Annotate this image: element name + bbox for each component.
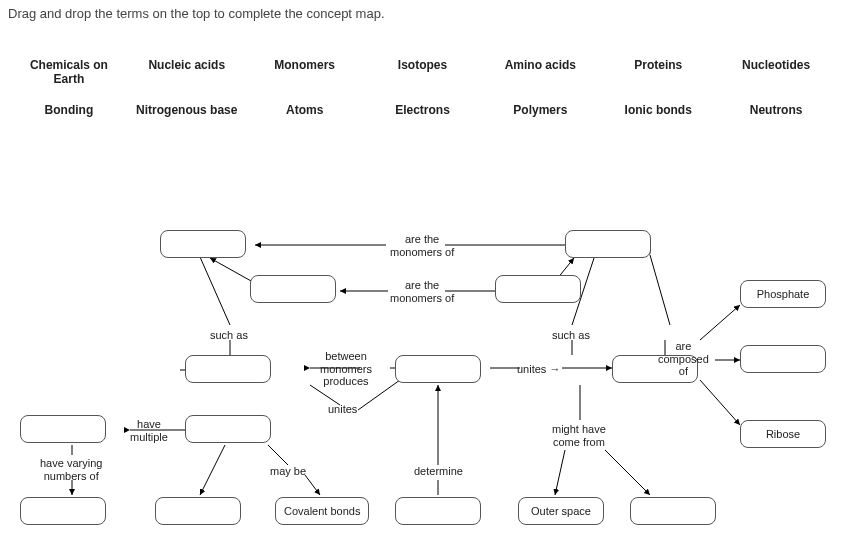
term-bonding[interactable]: Bonding: [10, 95, 128, 125]
map-connectors: [0, 145, 845, 545]
box-ribose[interactable]: Ribose: [740, 420, 826, 448]
label-monomers-of-2: are themonomers of: [390, 279, 454, 304]
term-nucleic-acids[interactable]: Nucleic acids: [128, 50, 246, 95]
term-bank: Chemicals on Earth Nucleic acids Monomer…: [10, 50, 835, 125]
term-electrons[interactable]: Electrons: [364, 95, 482, 125]
term-neutrons[interactable]: Neutrons: [717, 95, 835, 125]
concept-map: Covalent bonds Outer space Phosphate Rib…: [0, 145, 845, 545]
term-nitrogenous-base[interactable]: Nitrogenous base: [128, 95, 246, 125]
label-between: betweenmonomersproduces: [320, 350, 372, 388]
drop-slot[interactable]: [160, 230, 246, 258]
svg-line-30: [700, 380, 740, 425]
label-unites-right: unites →: [517, 363, 560, 376]
drop-slot[interactable]: [20, 415, 106, 443]
drop-slot[interactable]: [495, 275, 581, 303]
term-ionic-bonds[interactable]: Ionic bonds: [599, 95, 717, 125]
term-atoms[interactable]: Atoms: [246, 95, 364, 125]
label-might-from: might havecome from: [552, 423, 606, 448]
drop-slot[interactable]: [20, 497, 106, 525]
svg-line-26: [605, 450, 650, 495]
drop-slot[interactable]: [395, 355, 481, 383]
svg-line-20: [200, 445, 225, 495]
label-such-as-right: such as: [552, 329, 590, 342]
term-chemicals-on-earth[interactable]: Chemicals on Earth: [10, 50, 128, 95]
box-covalent-bonds[interactable]: Covalent bonds: [275, 497, 369, 525]
drop-slot[interactable]: [740, 345, 826, 373]
svg-line-4: [200, 257, 230, 325]
term-amino-acids[interactable]: Amino acids: [481, 50, 599, 95]
term-proteins[interactable]: Proteins: [599, 50, 717, 95]
drop-slot[interactable]: [630, 497, 716, 525]
label-such-as-left: such as: [210, 329, 248, 342]
label-have-multiple: havemultiple: [130, 418, 168, 443]
label-monomers-of-1: are themonomers of: [390, 233, 454, 258]
drop-slot[interactable]: [185, 415, 271, 443]
term-isotopes[interactable]: Isotopes: [364, 50, 482, 95]
svg-line-15: [358, 380, 400, 410]
svg-line-14: [310, 385, 340, 405]
term-nucleotides[interactable]: Nucleotides: [717, 50, 835, 95]
drop-slot[interactable]: [395, 497, 481, 525]
box-outer-space[interactable]: Outer space: [518, 497, 604, 525]
drop-slot[interactable]: [612, 355, 698, 383]
instruction-text: Drag and drop the terms on the top to co…: [8, 6, 385, 21]
svg-line-28: [700, 305, 740, 340]
label-have-varying: have varyingnumbers of: [40, 457, 102, 482]
svg-line-25: [555, 450, 565, 495]
drop-slot[interactable]: [185, 355, 271, 383]
term-monomers[interactable]: Monomers: [246, 50, 364, 95]
bank-row-2: Bonding Nitrogenous base Atoms Electrons…: [10, 95, 835, 125]
svg-line-7: [650, 255, 670, 325]
label-may-be: may be: [270, 465, 306, 478]
box-phosphate[interactable]: Phosphate: [740, 280, 826, 308]
term-polymers[interactable]: Polymers: [481, 95, 599, 125]
drop-slot[interactable]: [565, 230, 651, 258]
svg-line-21: [268, 445, 288, 465]
bank-row-1: Chemicals on Earth Nucleic acids Monomer…: [10, 50, 835, 95]
svg-line-22: [305, 475, 320, 495]
label-determine: determine: [414, 465, 463, 478]
label-unites-left: unites: [328, 403, 357, 416]
drop-slot[interactable]: [250, 275, 336, 303]
drop-slot[interactable]: [155, 497, 241, 525]
